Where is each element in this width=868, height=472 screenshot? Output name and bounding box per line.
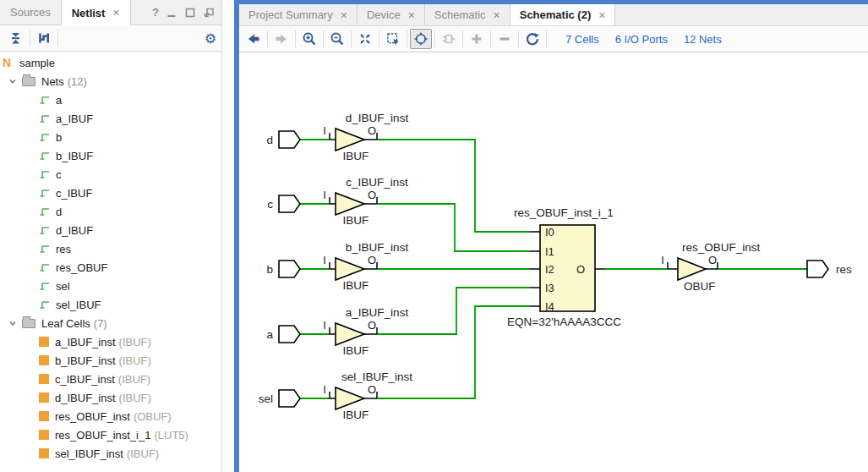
- tree-item-net-sel_IBUF[interactable]: sel_IBUF: [0, 295, 221, 314]
- port-d[interactable]: [279, 131, 300, 148]
- tree-item-sample[interactable]: N sample: [0, 53, 221, 72]
- cell-a_IBUF_inst[interactable]: [336, 323, 364, 345]
- tree-item-cell-res_OBUF_inst[interactable]: res_OBUF_inst(OBUF): [0, 407, 221, 425]
- zoom-fit-button[interactable]: [354, 29, 376, 49]
- net-icon: [39, 169, 51, 180]
- tree-item-cell-c_IBUF_inst[interactable]: c_IBUF_inst(IBUF): [0, 370, 221, 388]
- tab-schematic[interactable]: Schematic ×: [425, 4, 510, 25]
- tab-schematic-2[interactable]: Schematic (2) ×: [510, 4, 616, 25]
- zoom-selection-icon: [385, 31, 401, 47]
- back-button[interactable]: [243, 29, 265, 49]
- tree-item-net-res[interactable]: res: [0, 239, 221, 258]
- zoom-out-button[interactable]: [326, 29, 348, 49]
- tab-device[interactable]: Device ×: [358, 4, 425, 25]
- port-a[interactable]: [279, 326, 300, 343]
- tree-item-label: c_IBUF: [56, 187, 92, 200]
- tab-netlist[interactable]: Netlist ×: [61, 0, 131, 25]
- tree-item-cell-res_OBUF_inst_i_1[interactable]: res_OBUF_inst_i_1(LUT5): [0, 425, 221, 444]
- cell-type-label: (LUT5): [154, 429, 188, 442]
- port-label: c: [267, 198, 273, 211]
- zoom-selection-button[interactable]: [382, 29, 404, 49]
- add-button[interactable]: [466, 29, 488, 49]
- schematic-canvas[interactable]: d d_IBUF_inst I O IBUF c c_IBUF_inst I O…: [239, 52, 868, 472]
- panel-gap: [222, 0, 234, 472]
- close-icon[interactable]: ×: [408, 9, 415, 21]
- maximize-icon[interactable]: [184, 7, 196, 19]
- cell-type-label: IBUF: [343, 344, 369, 357]
- net-icon: [39, 95, 51, 106]
- port-res[interactable]: [807, 261, 828, 277]
- cell-type-label: OBUF: [684, 280, 716, 293]
- tree-item-cell-b_IBUF_inst[interactable]: b_IBUF_inst(IBUF): [0, 351, 221, 370]
- tree-item-label: sample: [19, 57, 55, 69]
- cell-c_IBUF_inst[interactable]: [336, 193, 364, 215]
- pin-label: I: [323, 383, 326, 396]
- tree-item-net-res_OBUF[interactable]: res_OBUF: [0, 258, 221, 277]
- port-c[interactable]: [279, 195, 300, 212]
- tab-label: Device: [367, 8, 401, 21]
- settings-gear-icon[interactable]: ⚙: [205, 30, 216, 47]
- cell-res_OBUF_inst[interactable]: [678, 258, 706, 280]
- port-sel[interactable]: [279, 390, 300, 407]
- tab-project-summary[interactable]: Project Summary ×: [239, 4, 358, 25]
- pin-label: I: [323, 124, 326, 137]
- pin-label: O: [368, 319, 376, 332]
- tree-item-cell-d_IBUF_inst[interactable]: d_IBUF_inst(IBUF): [0, 388, 221, 407]
- tree-item-net-sel[interactable]: sel: [0, 277, 221, 295]
- cell-d_IBUF_inst[interactable]: [336, 129, 364, 151]
- forward-button[interactable]: [270, 29, 292, 49]
- pin-label: O: [576, 263, 585, 276]
- tree-item-net-b[interactable]: b: [0, 128, 221, 146]
- tree-item-cell-a_IBUF_inst[interactable]: a_IBUF_inst(IBUF): [0, 332, 221, 351]
- divider: [434, 30, 435, 47]
- nets-link[interactable]: 12 Nets: [684, 33, 722, 46]
- scroll-to-selected-button[interactable]: [33, 28, 55, 48]
- net-icon: [39, 151, 51, 162]
- tree-item-net-d[interactable]: d: [0, 202, 221, 221]
- tree-item-cell-sel_IBUF_inst[interactable]: sel_IBUF_inst(IBUF): [0, 444, 221, 463]
- tree-item-label: b_IBUF: [56, 150, 93, 162]
- minimize-icon[interactable]: [166, 7, 177, 19]
- tree-item-net-a[interactable]: a: [0, 91, 221, 109]
- collapse-all-button[interactable]: [5, 28, 27, 48]
- schematic-drawing: d d_IBUF_inst I O IBUF c c_IBUF_inst I O…: [239, 52, 868, 470]
- netlist-root-icon: N: [3, 56, 15, 69]
- tree-item-net-a_IBUF[interactable]: a_IBUF: [0, 109, 221, 128]
- regenerate-button[interactable]: [521, 29, 543, 49]
- tree-item-net-d_IBUF[interactable]: d_IBUF: [0, 221, 221, 239]
- close-icon[interactable]: ×: [341, 9, 347, 21]
- pin-label: O: [368, 254, 376, 266]
- tree-item-net-c_IBUF[interactable]: c_IBUF: [0, 184, 221, 202]
- tree-group-leaf-cells[interactable]: Leaf Cells (7): [0, 314, 221, 332]
- chevron-down-icon[interactable]: [7, 319, 19, 327]
- cell-icon: [39, 337, 49, 347]
- tab-sources[interactable]: Sources: [0, 0, 61, 25]
- close-icon[interactable]: ×: [598, 9, 605, 21]
- pin-label: I1: [545, 245, 554, 258]
- remove-button[interactable]: [494, 29, 516, 49]
- divider: [295, 30, 296, 47]
- close-icon[interactable]: ×: [112, 7, 119, 19]
- cells-link[interactable]: 7 Cells: [565, 33, 599, 46]
- expand-cone-button[interactable]: [438, 29, 460, 49]
- io-ports-link[interactable]: 6 I/O Ports: [615, 33, 668, 46]
- cell-type-label: (IBUF): [118, 373, 150, 386]
- instance-label: res_OBUF_inst_i_1: [514, 206, 614, 219]
- tree-item-net-b_IBUF[interactable]: b_IBUF: [0, 146, 221, 165]
- zoom-in-button[interactable]: [298, 29, 320, 49]
- instance-label: res_OBUF_inst: [682, 241, 761, 254]
- tree-group-nets[interactable]: Nets (12): [0, 72, 221, 91]
- cell-b_IBUF_inst[interactable]: [336, 258, 364, 280]
- cell-sel_IBUF_inst[interactable]: [336, 387, 364, 409]
- chevron-down-icon[interactable]: [7, 77, 19, 85]
- close-icon[interactable]: ×: [494, 9, 500, 21]
- port-b[interactable]: [279, 261, 300, 277]
- tree-item-net-c[interactable]: c: [0, 165, 221, 184]
- help-icon[interactable]: ?: [152, 6, 159, 19]
- float-icon[interactable]: [203, 7, 215, 19]
- autofit-selection-button[interactable]: [410, 29, 432, 49]
- net-icon: [39, 188, 51, 199]
- tree-group-label: Nets: [41, 75, 64, 88]
- instance-label: d_IBUF_inst: [346, 112, 409, 124]
- cell-icon: [39, 411, 49, 421]
